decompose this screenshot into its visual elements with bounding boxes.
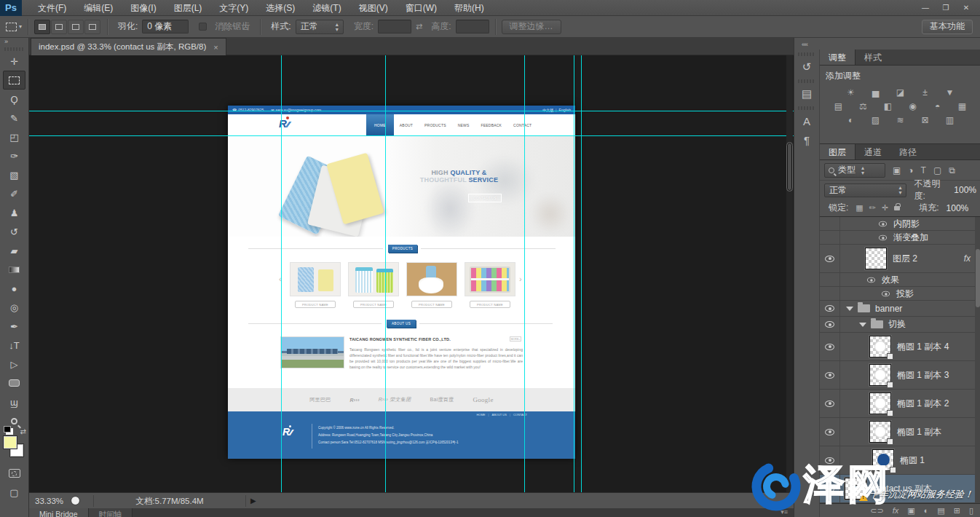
tab-layers[interactable]: 图层 bbox=[820, 144, 855, 159]
crop-tool[interactable]: ◰ bbox=[0, 127, 28, 146]
canvas-scrollbar[interactable] bbox=[786, 55, 793, 492]
status-arrow-icon[interactable]: ▶ bbox=[250, 497, 256, 505]
layer-row-ellipse-copy[interactable]: 椭圆 1 副本 bbox=[820, 418, 980, 446]
new-group-icon[interactable]: ▤ bbox=[937, 506, 944, 516]
partner-logo-alibaba[interactable]: 阿里巴巴 bbox=[309, 396, 331, 403]
selection-mode-subtract[interactable] bbox=[68, 20, 84, 34]
selection-mode-add[interactable] bbox=[51, 20, 67, 34]
layer-thumbnail[interactable] bbox=[872, 449, 894, 471]
eye-icon[interactable] bbox=[825, 321, 834, 328]
layer-row-layer-2[interactable]: 图层 2 fx bbox=[820, 245, 980, 273]
type-tool[interactable]: ↓T bbox=[0, 336, 28, 355]
layer-row-contact-us-copy[interactable]: T contact us 副本 bbox=[820, 475, 980, 503]
eye-icon[interactable] bbox=[879, 234, 887, 240]
filter-adjustment-layers-icon[interactable]: ◑ bbox=[908, 165, 913, 175]
dodge-tool[interactable]: ◎ bbox=[0, 298, 28, 317]
layer-thumbnail[interactable] bbox=[869, 421, 891, 443]
eye-icon[interactable] bbox=[825, 400, 834, 407]
quick-mask-button[interactable] bbox=[0, 464, 28, 483]
height-input[interactable] bbox=[456, 20, 489, 33]
filter-type-layers-icon[interactable]: T bbox=[921, 165, 926, 175]
quick-selection-tool[interactable]: ✎ bbox=[0, 108, 28, 127]
channel-mixer-icon[interactable]: ◓ bbox=[930, 100, 945, 111]
eye-icon[interactable] bbox=[825, 486, 834, 492]
tab-close-icon[interactable]: × bbox=[213, 43, 218, 52]
photo-filter-icon[interactable]: ◉ bbox=[906, 100, 920, 111]
rounded-rectangle-tool[interactable] bbox=[0, 374, 28, 392]
eye-icon[interactable] bbox=[825, 457, 834, 464]
banner-contact-us-button[interactable]: CONTACT US bbox=[468, 194, 502, 202]
eye-icon[interactable] bbox=[825, 344, 834, 350]
brightness-contrast-icon[interactable]: ☀ bbox=[844, 87, 858, 98]
move-tool[interactable]: ✛ bbox=[0, 52, 28, 71]
link-layers-icon[interactable]: ⊂⊃ bbox=[870, 506, 883, 516]
tab-styles[interactable]: 样式 bbox=[855, 50, 890, 65]
eye-icon[interactable] bbox=[825, 256, 834, 262]
gradient-map-icon[interactable]: ⊠ bbox=[918, 114, 933, 125]
products-next-arrow[interactable]: › bbox=[519, 275, 522, 283]
new-adjustment-icon[interactable]: ◐ bbox=[924, 506, 929, 515]
path-selection-tool[interactable]: ▷ bbox=[0, 355, 28, 374]
eyedropper-tool[interactable]: ✑ bbox=[0, 146, 28, 165]
group-row-banner[interactable]: banner bbox=[820, 301, 980, 317]
scrollbar-thumb[interactable] bbox=[787, 143, 792, 191]
lock-transparency-icon[interactable]: ▦ bbox=[855, 203, 863, 213]
posterize-icon[interactable]: ▨ bbox=[869, 114, 883, 125]
layer-effect-inner-shadow[interactable]: 内阴影 bbox=[820, 217, 980, 231]
eye-icon[interactable] bbox=[825, 429, 834, 435]
layer-row-ellipse-copy-3[interactable]: 椭圆 1 副本 3 bbox=[820, 361, 980, 390]
selective-color-icon[interactable]: ▥ bbox=[943, 114, 957, 125]
partner-logo-rongwei[interactable]: R››› bbox=[350, 398, 360, 403]
menu-window[interactable]: 窗口(W) bbox=[397, 0, 446, 16]
vibrance-icon[interactable]: ▼ bbox=[943, 87, 957, 98]
site-nav-news[interactable]: NEWS bbox=[452, 114, 475, 135]
workspace-switcher-button[interactable]: 基本功能 bbox=[922, 20, 973, 34]
restore-button[interactable]: ❐ bbox=[941, 4, 951, 12]
threshold-icon[interactable]: ≋ bbox=[893, 114, 908, 125]
minimize-button[interactable]: — bbox=[920, 4, 930, 12]
selection-mode-intersect[interactable] bbox=[84, 20, 100, 34]
dock-collapse-icon[interactable]: «« bbox=[802, 41, 807, 48]
panel-menu-icon[interactable]: ▾≡ bbox=[781, 508, 788, 517]
layer-thumbnail[interactable] bbox=[865, 248, 887, 269]
footer-nav-contact[interactable]: CONTACT bbox=[513, 413, 527, 417]
opacity-value[interactable]: 100% bbox=[954, 185, 976, 195]
gradient-tool[interactable] bbox=[0, 260, 28, 279]
screen-mode-button[interactable]: ▢ bbox=[0, 483, 28, 502]
filter-pixel-layers-icon[interactable]: ▣ bbox=[893, 165, 901, 175]
brush-tool[interactable]: ✐ bbox=[0, 184, 28, 203]
tab-adjustments[interactable]: 调整 bbox=[820, 50, 855, 65]
site-nav-feedback[interactable]: FEEDBACK bbox=[475, 114, 508, 135]
eye-icon[interactable] bbox=[882, 291, 890, 296]
tab-paths[interactable]: 路径 bbox=[890, 144, 925, 159]
layer-effect-drop-shadow[interactable]: 投影 bbox=[820, 287, 980, 301]
new-layer-icon[interactable]: ⊞ bbox=[954, 506, 960, 516]
menu-filter[interactable]: 滤镜(T) bbox=[304, 0, 349, 16]
layers-scrollbar[interactable] bbox=[975, 217, 980, 503]
layer-row-ellipse-1[interactable]: 椭圆 1 bbox=[820, 446, 980, 475]
layer-row-ellipse-copy-2[interactable]: 椭圆 1 副本 2 bbox=[820, 390, 980, 418]
clone-stamp-tool[interactable]: ♟ bbox=[0, 203, 28, 222]
lock-pixels-icon[interactable]: ✏ bbox=[869, 203, 876, 213]
antialias-checkbox[interactable] bbox=[199, 23, 207, 31]
fx-badge[interactable]: fx bbox=[964, 253, 971, 264]
color-lookup-icon[interactable]: ▦ bbox=[955, 100, 970, 111]
site-nav-about[interactable]: ABOUT bbox=[394, 114, 419, 135]
menu-layer[interactable]: 图层(L) bbox=[165, 0, 211, 16]
properties-panel-icon[interactable]: ▤ bbox=[794, 84, 819, 103]
layer-thumbnail[interactable]: T bbox=[845, 478, 866, 500]
disclosure-triangle-icon[interactable] bbox=[859, 323, 866, 327]
pen-tool[interactable]: ✒ bbox=[0, 317, 28, 336]
foreground-color-swatch[interactable] bbox=[4, 436, 17, 449]
invert-icon[interactable]: ◐ bbox=[844, 114, 858, 125]
menu-type[interactable]: 文字(Y) bbox=[210, 0, 257, 16]
exposure-icon[interactable]: ± bbox=[918, 87, 933, 98]
layer-effect-gradient-overlay[interactable]: 渐变叠加 bbox=[820, 231, 980, 245]
close-button[interactable]: ✕ bbox=[961, 4, 971, 12]
eye-icon[interactable] bbox=[825, 305, 834, 312]
partner-logo-baidu[interactable]: Bai度百度 bbox=[430, 396, 454, 403]
product-image[interactable] bbox=[406, 262, 457, 296]
layer-thumbnail[interactable] bbox=[869, 336, 891, 358]
selection-mode-new[interactable] bbox=[34, 20, 50, 34]
refine-edge-button[interactable]: 调整边缘… bbox=[502, 20, 561, 34]
